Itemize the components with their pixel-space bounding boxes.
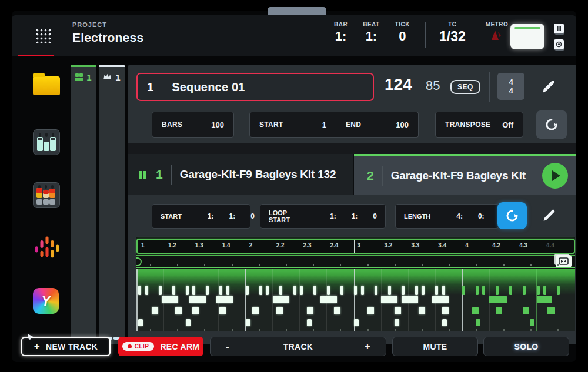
ruler-label: 2.4 [330, 242, 339, 249]
screen-preview[interactable] [510, 24, 544, 49]
beat-tick [177, 264, 178, 266]
plugin-color-icon[interactable] [33, 235, 61, 262]
rec-arm-button[interactable]: CLIP REC ARM [118, 337, 203, 356]
drum-mixer-icon[interactable] [33, 182, 60, 208]
beat-tick [150, 264, 151, 266]
record-dot-icon [128, 344, 132, 348]
cursor-arrow-icon [27, 332, 34, 341]
beat-counter[interactable]: BEAT 1: [363, 21, 379, 44]
note-event [462, 286, 465, 295]
ruler-label: 1.3 [195, 242, 203, 249]
note-event [175, 307, 182, 314]
note-event [293, 286, 296, 295]
track-tab-1[interactable]: 1 Garage-Kit-F9 Bagleys Kit 132 [128, 154, 354, 195]
mute-button[interactable]: MUTE [392, 337, 478, 356]
grid-bottom-tick [313, 329, 314, 331]
metronome-toggle[interactable]: METRO [486, 21, 509, 41]
ruler-label: 3 [357, 242, 360, 249]
note-event [266, 286, 269, 295]
note-event [543, 286, 546, 295]
track-minus-button[interactable]: - [226, 341, 229, 353]
note-event [216, 296, 233, 303]
tick-counter[interactable]: TICK 0 [395, 21, 410, 44]
beat-tick [313, 264, 314, 266]
loop-start-field[interactable]: LOOP START 1: 1: 0 [260, 204, 386, 229]
note-event [300, 286, 303, 295]
note-event [547, 307, 555, 314]
timeline: 11.21.31.422.22.32.433.23.33.444.24.34.4 [136, 237, 575, 331]
track-selector-button[interactable]: - TRACK + [210, 337, 386, 356]
clip-start-field[interactable]: START 1: 1: 0 [152, 204, 250, 229]
transpose-field[interactable]: TRANSPOSE Off [435, 112, 523, 138]
grid-bottom-tick [503, 329, 505, 331]
bpm-secondary-value[interactable]: 85 [426, 78, 440, 93]
track-column-number: 1 [86, 72, 91, 82]
track-column-1[interactable]: 1 [71, 65, 96, 344]
end-field[interactable]: END 100 [336, 112, 419, 138]
ruler-label: 2.3 [303, 242, 312, 249]
note-event [442, 286, 445, 295]
note-event [192, 307, 199, 314]
track-plus-button[interactable]: + [365, 341, 370, 352]
note-event [489, 296, 507, 303]
grid-bottom-tick [449, 329, 450, 331]
beat-tick [232, 264, 233, 266]
track-column-number: 1 [115, 72, 120, 82]
pause-key-icon[interactable] [554, 24, 564, 33]
grid-bottom-tick [395, 329, 396, 331]
bar-line [354, 240, 355, 253]
note-event [530, 319, 534, 326]
track-column-2[interactable]: 1 [99, 65, 125, 344]
length-field[interactable]: LENGTH 4: 0: 0 [395, 204, 499, 229]
grid-bar-line [136, 269, 138, 331]
photos-icon[interactable]: Y [33, 288, 59, 314]
note-event [327, 286, 330, 295]
track-tab-2[interactable]: 2 Garage-Kit-F9 Bagleys Kit 1... [354, 154, 576, 195]
note-event [354, 286, 357, 295]
folder-icon[interactable] [33, 76, 60, 95]
playhead-marker[interactable] [136, 257, 142, 266]
note-event [313, 286, 316, 295]
loop-region-strip[interactable] [136, 255, 575, 268]
transport-display: BAR 1: BEAT 1: TICK 0 TC 1/32 METRO [334, 21, 519, 48]
sequence-loop-button[interactable] [536, 110, 567, 139]
project-name[interactable]: Electroness [72, 31, 143, 45]
note-event [162, 296, 178, 303]
note-event [496, 286, 499, 295]
new-track-button[interactable]: + NEW TRACK [21, 337, 111, 356]
note-event [307, 307, 313, 314]
solo-button[interactable]: SOLO [483, 337, 569, 356]
keygroup-mixer-icon[interactable] [33, 129, 60, 155]
timeline-ruler[interactable]: 11.21.31.422.22.32.433.23.33.444.24.34.4 [136, 239, 575, 254]
start-field[interactable]: START 1 [249, 112, 336, 138]
grid-beat-line [299, 269, 300, 331]
record-key-icon[interactable] [554, 39, 564, 49]
note-event [226, 286, 229, 295]
note-event [206, 286, 209, 295]
note-event [219, 307, 226, 314]
bars-field[interactable]: BARS 100 [152, 112, 234, 138]
beat-tick [449, 264, 450, 266]
ruler-label: 4.3 [519, 242, 527, 249]
bar-counter[interactable]: BAR 1: [334, 21, 348, 44]
ruler-label: 3.4 [438, 242, 446, 249]
grid-bottom-tick [422, 329, 423, 331]
ruler-label: 4 [465, 242, 469, 249]
seq-badge[interactable]: SEQ [450, 80, 480, 94]
bpm-value[interactable]: 124 [385, 75, 412, 94]
sequence-edit-pencil-icon[interactable] [540, 78, 557, 98]
time-signature-button[interactable]: 4 4 [497, 73, 524, 100]
note-event [523, 286, 526, 295]
note-event [375, 286, 377, 295]
clip-loop-button-active[interactable] [497, 202, 527, 229]
play-button[interactable] [542, 163, 568, 189]
clip-edit-pencil-icon[interactable] [541, 207, 557, 226]
pad-grid-icon[interactable] [35, 28, 51, 43]
drum-track-icon [139, 171, 146, 179]
note-event [340, 286, 343, 295]
note-event-grid[interactable] [136, 269, 575, 331]
sequence-name-field[interactable]: 1 Sequence 01 [136, 73, 374, 101]
tc-counter[interactable]: TC 1/32 [439, 21, 466, 45]
clip-badge: CLIP [122, 342, 155, 351]
note-event [496, 307, 502, 314]
